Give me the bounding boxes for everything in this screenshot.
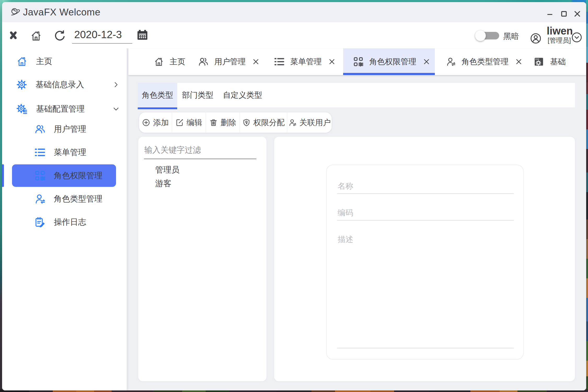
person-swap-icon [446, 56, 456, 67]
trash-icon [209, 118, 218, 127]
sidebar-item-label: 主页 [36, 56, 52, 67]
dark-mode-label: 黑暗 [503, 22, 519, 50]
toolbar: 黑暗 liwen [管理员] [2, 22, 586, 48]
gear-config-icon [16, 103, 28, 115]
user-block[interactable]: liwen [管理员] [547, 25, 572, 44]
edit-button[interactable]: 编辑 [172, 112, 206, 133]
role-list-item[interactable]: 管理员 [138, 163, 267, 177]
subtab-label: 部门类型 [182, 90, 214, 101]
user-role: [管理员] [547, 37, 572, 44]
sidebar-item-label: 用户管理 [54, 124, 86, 135]
action-label: 编辑 [187, 117, 202, 128]
close-app-icon[interactable] [9, 29, 18, 41]
delete-button[interactable]: 删除 [206, 112, 240, 133]
sidebar-item-user-mgmt[interactable]: 用户管理 [2, 118, 127, 140]
subtab-label: 自定义类型 [223, 90, 262, 101]
tab-close-icon[interactable] [252, 58, 260, 66]
assign-perm-button[interactable]: 权限分配 [240, 112, 287, 133]
users-icon [198, 56, 209, 67]
close-button[interactable] [572, 8, 583, 19]
sidebar-item-base-info[interactable]: 基础信息录入 [2, 73, 127, 96]
subtab-bar: 角色类型 部门类型 自定义类型 [138, 83, 575, 107]
shield-key-icon [242, 118, 251, 127]
chevron-right-icon [113, 81, 119, 88]
sidebar-item-label: 基础配置管理 [36, 103, 85, 114]
code-field[interactable] [337, 207, 514, 221]
action-toolbar: 添加 编辑 删除 权限分配 关联用户 [139, 112, 332, 133]
role-form [326, 165, 524, 360]
plus-circle-icon [142, 118, 150, 127]
tab-close-icon[interactable] [515, 58, 523, 66]
user-avatar-icon[interactable] [530, 32, 542, 44]
subtab-dept-type[interactable]: 部门类型 [177, 83, 218, 107]
tab-bar: 主页 用户管理 菜单管理 角色权限管理 角色类型管理 [128, 48, 586, 75]
action-label: 关联用户 [299, 117, 331, 128]
titlebar: JavaFX Welcome [2, 2, 586, 22]
users-icon [34, 123, 46, 135]
sidebar-item-label: 角色类型管理 [54, 193, 102, 204]
action-label: 权限分配 [253, 117, 285, 128]
filter-input[interactable] [144, 144, 256, 159]
sidebar-item-role-perm-mgmt[interactable]: 角色权限管理 [2, 164, 127, 187]
menu-list-icon [274, 56, 285, 67]
tab-base[interactable]: 基础 [523, 48, 575, 75]
subtab-role-type[interactable]: 角色类型 [138, 83, 177, 107]
maximize-button[interactable] [558, 8, 569, 19]
link-users-button[interactable]: 关联用户 [287, 112, 332, 133]
tab-user-mgmt[interactable]: 用户管理 [191, 48, 267, 75]
sidebar-item-op-log[interactable]: 操作日志 [2, 211, 127, 233]
tab-label: 角色类型管理 [462, 56, 509, 67]
sidebar-item-menu-mgmt[interactable]: 菜单管理 [2, 141, 127, 164]
tab-close-icon[interactable] [423, 58, 430, 66]
sidebar-item-label: 菜单管理 [54, 147, 86, 158]
wallpaper-right-strip [586, 0, 588, 392]
calendar-icon[interactable] [136, 29, 149, 41]
add-button[interactable]: 添加 [139, 112, 172, 133]
role-item-label: 游客 [155, 178, 171, 189]
roles-grid-icon [34, 170, 46, 181]
tab-label: 用户管理 [214, 56, 246, 67]
action-label: 添加 [153, 117, 169, 128]
selected-item-accent-bar [2, 164, 4, 187]
user-name: liwen [547, 25, 572, 37]
name-field[interactable] [337, 181, 514, 194]
tab-label: 角色权限管理 [369, 56, 416, 67]
home-icon [154, 56, 164, 67]
subtab-custom-type[interactable]: 自定义类型 [218, 83, 267, 107]
roles-grid-icon [353, 56, 364, 67]
app-gear-icon [533, 56, 545, 67]
chevron-down-icon [113, 106, 119, 112]
tab-label: 主页 [170, 56, 185, 67]
sidebar-item-base-config[interactable]: 基础配置管理 [2, 98, 127, 120]
action-label: 删除 [221, 117, 236, 128]
date-input[interactable] [72, 27, 132, 44]
tab-label: 基础 [550, 56, 566, 67]
description-field[interactable] [337, 232, 514, 348]
tab-close-icon[interactable] [328, 58, 336, 66]
app-window: JavaFX Welcome [2, 2, 586, 390]
user-menu-chevron-icon[interactable] [571, 32, 583, 43]
menu-list-icon [34, 147, 46, 158]
app-logo-icon [8, 7, 20, 18]
sidebar-item-label: 角色权限管理 [54, 170, 102, 181]
main-area: 主页 用户管理 菜单管理 角色权限管理 角色类型管理 [128, 48, 586, 390]
sidebar-item-home[interactable]: 主页 [2, 50, 127, 73]
window-title: JavaFX Welcome [23, 2, 100, 22]
edit-icon [175, 118, 184, 127]
role-list-panel: 管理员 游客 [138, 137, 267, 381]
toggle-knob[interactable] [475, 30, 486, 41]
tab-role-type-mgmt[interactable]: 角色类型管理 [435, 48, 523, 75]
tab-home[interactable]: 主页 [144, 48, 191, 75]
tab-role-perm-mgmt[interactable]: 角色权限管理 [343, 48, 435, 75]
sidebar-item-label: 操作日志 [54, 217, 86, 228]
dark-mode-toggle[interactable] [478, 32, 499, 39]
tab-menu-mgmt[interactable]: 菜单管理 [267, 48, 343, 75]
role-list-item[interactable]: 游客 [138, 177, 267, 190]
home-icon [16, 56, 28, 67]
refresh-icon[interactable] [54, 30, 66, 42]
subtab-label: 角色类型 [142, 90, 173, 101]
home-icon[interactable] [30, 30, 42, 42]
person-link-icon [288, 118, 297, 127]
sidebar-item-role-type-mgmt[interactable]: 角色类型管理 [2, 188, 127, 210]
minimize-button[interactable] [544, 8, 555, 19]
